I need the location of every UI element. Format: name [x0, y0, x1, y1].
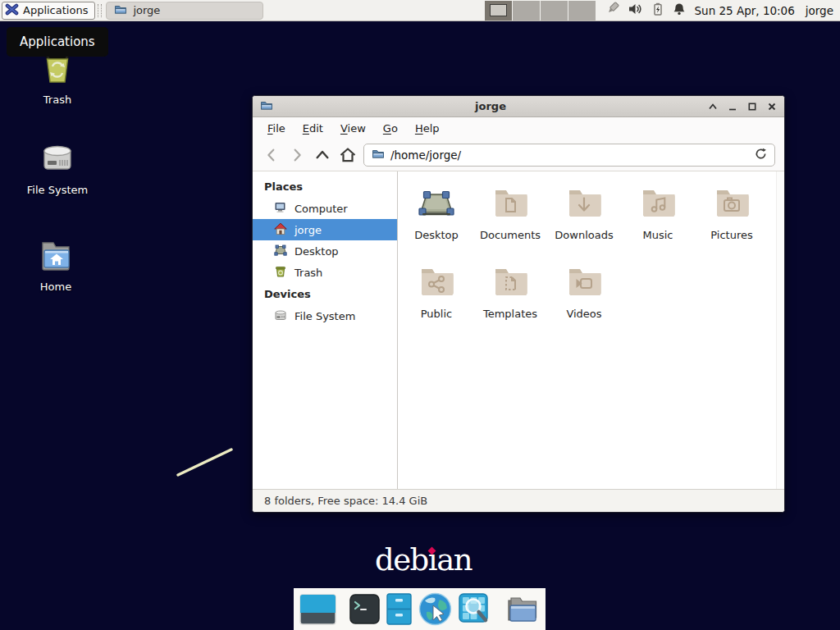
workspace-4[interactable]	[568, 1, 596, 21]
stylus-icon[interactable]	[605, 2, 620, 19]
sidebar-item-file-system[interactable]: File System	[253, 305, 397, 326]
menu-file[interactable]: File	[260, 120, 293, 137]
desktop-icon-label: File System	[27, 184, 88, 196]
reload-icon[interactable]	[755, 148, 767, 162]
file-item-documents[interactable]: Documents	[473, 183, 547, 262]
harddrive-icon	[274, 308, 287, 324]
close-button[interactable]	[767, 102, 777, 112]
desktop-icon	[417, 183, 456, 226]
music-folder-icon	[638, 183, 678, 226]
notifications-icon[interactable]	[673, 2, 686, 19]
file-item-desktop[interactable]: Desktop	[399, 183, 473, 262]
file-item-public[interactable]: Public	[399, 262, 473, 340]
panel-clock[interactable]: Sun 25 Apr, 10:06	[695, 4, 795, 17]
pictures-folder-icon	[712, 183, 751, 226]
file-item-label: Music	[643, 229, 673, 241]
menubar: File Edit View Go Help	[253, 117, 784, 139]
sidebar-item-desktop[interactable]: Desktop	[253, 240, 397, 262]
debian-logo-text: an	[436, 542, 472, 578]
toolbar: /home/jorge/	[253, 139, 784, 171]
file-item-downloads[interactable]: Downloads	[547, 183, 621, 262]
location-bar[interactable]: /home/jorge/	[363, 144, 775, 167]
app-finder-icon[interactable]	[459, 593, 491, 626]
location-input[interactable]: /home/jorge/	[390, 148, 749, 162]
system-tray	[605, 2, 686, 19]
up-button[interactable]	[313, 145, 332, 165]
file-item-label: Videos	[566, 308, 601, 320]
computer-icon	[274, 201, 287, 217]
file-item-label: Public	[421, 308, 452, 320]
desktop-stray-line	[172, 443, 238, 484]
videos-folder-icon	[564, 262, 604, 304]
templates-folder-icon	[491, 262, 530, 304]
applications-menu-label: Applications	[23, 4, 88, 16]
file-manager-window: jorge File Edit View Go Help	[252, 95, 785, 513]
sidebar-item-label: jorge	[294, 224, 322, 236]
back-button[interactable]	[262, 145, 281, 165]
menu-view[interactable]: View	[333, 120, 373, 137]
statusbar-text: 8 folders, Free space: 14.4 GiB	[264, 495, 427, 507]
file-item-music[interactable]: Music	[621, 183, 695, 262]
top-panel: Applications jorge	[0, 0, 840, 21]
desktop-icon-label: Home	[40, 281, 71, 293]
terminal-icon[interactable]	[349, 594, 380, 624]
xfce-logo-icon	[5, 2, 19, 19]
web-browser-icon[interactable]	[418, 592, 452, 626]
statusbar: 8 folders, Free space: 14.4 GiB	[253, 489, 784, 512]
public-folder-icon	[417, 262, 456, 304]
downloads-folder-icon	[564, 183, 604, 226]
sidebar-item-trash[interactable]: Trash	[253, 262, 397, 283]
workspace-2[interactable]	[513, 1, 540, 21]
taskbar-window-label: jorge	[133, 4, 160, 16]
user-home-icon	[274, 222, 287, 238]
sidebar-item-label: Trash	[294, 267, 322, 279]
file-item-pictures[interactable]: Pictures	[695, 183, 769, 262]
sidebar-item-label: File System	[294, 310, 355, 322]
file-item-label: Templates	[483, 308, 537, 320]
forward-button[interactable]	[287, 145, 307, 165]
sidebar-header-devices: Devices	[253, 283, 397, 305]
panel-handle[interactable]	[98, 4, 102, 17]
applications-tooltip: Applications	[7, 27, 108, 57]
titlebar[interactable]: jorge	[253, 96, 784, 117]
workspace-switcher	[485, 1, 596, 21]
desktop-icon-home[interactable]: Home	[15, 236, 97, 293]
file-manager-icon[interactable]	[386, 593, 412, 625]
shade-button[interactable]	[708, 102, 718, 112]
sidebar-item-jorge[interactable]: jorge	[253, 219, 397, 240]
workspace-1[interactable]	[485, 1, 512, 21]
desktop-icon	[274, 244, 287, 259]
desktop-icon-file-system[interactable]: File System	[16, 141, 98, 196]
file-item-templates[interactable]: Templates	[473, 262, 547, 340]
panel-user-label[interactable]: jorge	[806, 4, 833, 17]
menu-edit[interactable]: Edit	[295, 120, 331, 137]
volume-icon[interactable]	[628, 2, 643, 19]
window-title: jorge	[273, 100, 708, 112]
applications-menu-button[interactable]: Applications	[2, 2, 95, 20]
window-folder-icon	[260, 98, 273, 115]
folder-icon	[372, 147, 385, 162]
battery-icon[interactable]	[651, 2, 664, 19]
workspace-3[interactable]	[541, 1, 568, 21]
sidebar-header-places: Places	[253, 176, 397, 198]
debian-logo-text: deb	[375, 542, 428, 578]
file-item-label: Pictures	[710, 229, 752, 241]
taskbar-window-button[interactable]: jorge	[106, 2, 263, 20]
bottom-dock	[294, 588, 546, 630]
maximize-button[interactable]	[747, 102, 757, 112]
file-item-label: Desktop	[414, 229, 459, 241]
home-button[interactable]	[338, 145, 358, 165]
desktop-icon-label: Trash	[43, 94, 71, 106]
file-view[interactable]: Desktop Documents	[398, 171, 784, 489]
file-item-videos[interactable]: Videos	[547, 262, 621, 340]
directory-menu-icon[interactable]	[504, 594, 540, 624]
show-desktop-icon[interactable]	[299, 594, 336, 625]
minimize-button[interactable]	[728, 102, 737, 112]
menu-help[interactable]: Help	[408, 120, 447, 137]
debian-logo: debıan	[375, 542, 472, 578]
menu-go[interactable]: Go	[376, 120, 405, 137]
sidebar-item-label: Desktop	[294, 245, 339, 258]
sidebar-item-computer[interactable]: Computer	[253, 198, 397, 219]
vertical-scrollbar[interactable]	[776, 171, 784, 489]
harddrive-icon	[38, 141, 77, 180]
